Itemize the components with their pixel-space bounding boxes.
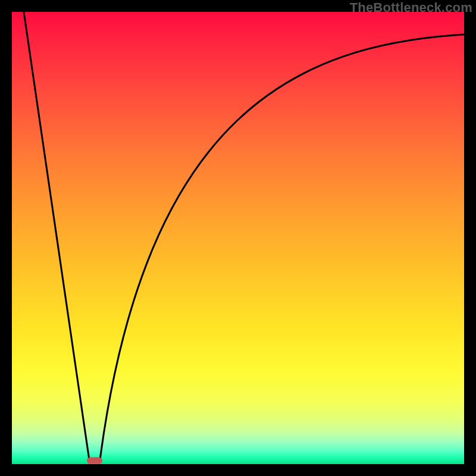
chart-right-curve: [100, 35, 464, 460]
chart-curve-svg: [12, 12, 464, 464]
chart-frame: [12, 12, 464, 464]
minimum-marker: [87, 458, 102, 464]
chart-left-line: [24, 12, 89, 460]
